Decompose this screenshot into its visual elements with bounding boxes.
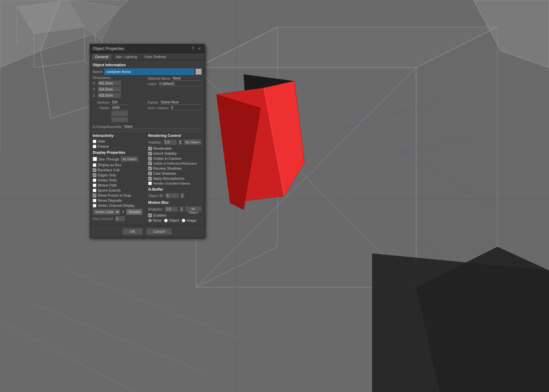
display-as-box-checkbox[interactable]	[93, 163, 96, 167]
visibility-by-object-btn[interactable]: By Object	[184, 139, 202, 145]
tab-adv-lighting[interactable]: Adv. Lighting	[112, 53, 141, 60]
multiplier-spinner-arrows[interactable]: ▲ ▼	[180, 206, 184, 212]
tab-user-defined[interactable]: User Defined	[141, 53, 170, 60]
apply-atmospherics-checkbox[interactable]	[148, 177, 152, 180]
renderable-row: Renderable	[148, 146, 202, 150]
visible-to-camera-label: Visible to Camera	[153, 156, 181, 161]
edges-only-row: Edges Only	[93, 173, 146, 177]
object-id-down-arrow[interactable]: ▼	[181, 196, 184, 198]
visibility-spinner-arrows[interactable]: ▲ ▼	[178, 140, 182, 145]
show-frozen-row: Show Frozen in Gray	[93, 193, 146, 197]
renderable-checkbox[interactable]	[148, 147, 152, 150]
see-through-row: See-Through By Object	[93, 156, 146, 162]
cancel-button[interactable]: Cancel	[146, 228, 172, 235]
vertex-color-select[interactable]: Vertex Color	[93, 209, 120, 215]
faces-label: Faces:	[93, 106, 111, 110]
ignore-extents-checkbox[interactable]	[93, 189, 96, 192]
freeze-checkbox[interactable]	[93, 145, 96, 148]
right-column: Rendering Control Visibility: ▲ ▼ By Obj…	[148, 133, 202, 222]
visibility-down-arrow[interactable]: ▼	[179, 142, 182, 145]
display-as-box-label: Display as Box	[98, 163, 121, 167]
extra-input-1[interactable]	[111, 111, 128, 116]
vc-arrow: ▼	[122, 210, 125, 214]
material-name-label: Material Name:	[148, 77, 171, 80]
mb-enabled-checkbox[interactable]	[148, 214, 152, 217]
dim-y-input[interactable]	[97, 87, 121, 92]
renderable-label: Renderable	[153, 146, 171, 150]
object-id-spinner-arrows[interactable]: ▲ ▼	[180, 193, 184, 198]
mb-image-radio[interactable]	[182, 219, 185, 222]
mb-enabled-label: Enabled	[153, 213, 166, 217]
ok-button[interactable]: OK	[122, 228, 143, 235]
mb-none-radio-item: None	[148, 218, 161, 222]
render-occluded-label: Render Occluded Objects	[153, 181, 190, 185]
cast-shadows-row: Cast Shadows	[148, 171, 202, 175]
divider-1	[93, 131, 202, 131]
dialog-title: Object Properties	[93, 46, 124, 51]
mb-object-radio[interactable]	[164, 219, 168, 222]
material-name-value: None	[172, 76, 202, 81]
visible-to-camera-checkbox[interactable]	[148, 157, 152, 161]
receive-shadows-checkbox[interactable]	[148, 167, 152, 170]
multiplier-by-object-btn[interactable]: By Object	[185, 206, 202, 212]
object-id-input[interactable]	[165, 193, 179, 198]
mb-image-radio-item: Image	[182, 218, 196, 222]
receive-shadows-label: Receive Shadows	[153, 166, 182, 170]
vertex-channel-display-checkbox[interactable]	[93, 204, 96, 207]
visibility-up-arrow[interactable]: ▲	[179, 140, 182, 142]
dim-x-input[interactable]	[97, 80, 121, 86]
multiplier-up-arrow[interactable]: ▲	[180, 207, 183, 209]
backface-cull-checkbox[interactable]	[93, 168, 96, 172]
left-column: Interactivity Hide Freeze Display Proper…	[93, 133, 146, 222]
hide-checkbox[interactable]	[93, 140, 96, 143]
tab-bar: General Adv. Lighting User Defined	[90, 53, 204, 60]
visible-reflection-row: Visible to Reflection/Refraction	[148, 162, 202, 165]
extra-input-2[interactable]	[111, 117, 128, 122]
dialog-footer: OK Cancel	[90, 225, 204, 238]
multiplier-input[interactable]	[165, 206, 178, 212]
name-input[interactable]	[105, 69, 194, 75]
show-frozen-checkbox[interactable]	[93, 194, 96, 197]
multiplier-down-arrow[interactable]: ▼	[180, 209, 183, 212]
never-degrade-checkbox[interactable]	[93, 199, 96, 202]
dim-z-input[interactable]	[97, 93, 121, 98]
freeze-label: Freeze	[98, 144, 109, 148]
shaded-button[interactable]: Shaded	[126, 209, 142, 215]
help-button[interactable]: ?	[190, 46, 195, 51]
visible-to-reflection-checkbox[interactable]	[148, 162, 152, 165]
vertex-ticks-checkbox[interactable]	[93, 178, 96, 182]
backface-cull-label: Backface Cull	[98, 168, 119, 172]
gbuffer-header: G-Buffer	[148, 187, 202, 191]
verts-faces-col: Vertices: 524 Faces: 1048	[93, 100, 146, 123]
cast-shadows-checkbox[interactable]	[148, 172, 152, 175]
mb-type-row: None Object Image	[148, 218, 202, 222]
num-children-value: 0	[170, 105, 202, 110]
gbuffer-section: G-Buffer Object ID: ▲ ▼	[148, 187, 202, 198]
close-button[interactable]: ×	[197, 46, 202, 51]
see-through-label: See-Through	[98, 157, 119, 161]
render-occluded-checkbox[interactable]	[148, 181, 152, 185]
display-props-header: Display Properties	[93, 150, 146, 154]
visibility-label: Visibility:	[148, 140, 162, 144]
dialog-content: Object Information Name: Dimensions: X: …	[90, 60, 204, 225]
freeze-row: Freeze	[93, 144, 146, 148]
see-through-checkbox[interactable]	[93, 157, 97, 161]
color-swatch[interactable]	[196, 69, 202, 75]
parent-label: Parent:	[148, 101, 159, 104]
vertex-channel-row: Vertex Channel Display	[93, 203, 146, 207]
motion-path-checkbox[interactable]	[93, 183, 96, 187]
object-id-up-arrow[interactable]: ▲	[181, 193, 184, 196]
dim-label-row: Dimensions:	[93, 76, 146, 80]
layer-label: Layer:	[148, 82, 157, 86]
map-channel-input[interactable]	[115, 216, 125, 221]
see-through-by-object-btn[interactable]: By Object	[120, 156, 138, 162]
mb-none-radio[interactable]	[148, 219, 152, 222]
vertex-ticks-row: Vertex Ticks	[93, 178, 146, 182]
tab-general[interactable]: General	[91, 53, 112, 60]
multiplier-label: Multiplier:	[148, 207, 163, 211]
edges-only-checkbox[interactable]	[93, 173, 96, 177]
inherit-visibility-checkbox[interactable]	[148, 152, 152, 155]
material-layer-col: Material Name: None Layer: 0 (default)	[148, 76, 202, 99]
hide-row: Hide	[93, 139, 146, 143]
visibility-input[interactable]	[163, 140, 177, 145]
